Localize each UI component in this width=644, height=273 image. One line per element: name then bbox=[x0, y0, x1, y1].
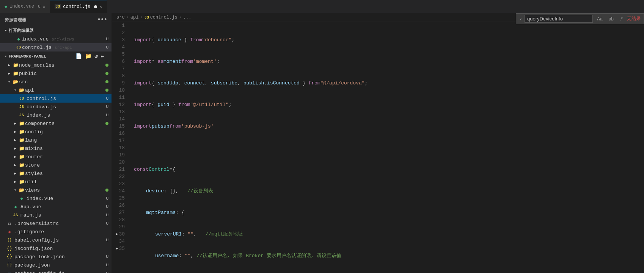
search-input[interactable] bbox=[525, 15, 593, 23]
breadcrumb-api[interactable]: api bbox=[130, 15, 139, 20]
folder-icon: 📁 bbox=[18, 171, 25, 176]
breadcrumb-src[interactable]: src bbox=[116, 15, 125, 20]
framework-panel-section[interactable]: ▾ FRAMEWORK-PANEL 📄 📁 ↺ ⇤ bbox=[0, 51, 112, 61]
file-app-vue[interactable]: ◆ App.vue U bbox=[0, 203, 112, 211]
modified-badge: U bbox=[106, 271, 108, 273]
collapse-icon[interactable]: ⇤ bbox=[101, 53, 104, 59]
folder-label: styles bbox=[25, 171, 112, 176]
file-control-js[interactable]: JS control.js U bbox=[0, 94, 112, 103]
chevron-down-icon: ▾ bbox=[5, 28, 7, 33]
open-editors-label: 打开的编辑器 bbox=[9, 28, 34, 33]
folder-src[interactable]: ▾ 📂 src bbox=[0, 78, 112, 86]
file-views-index-vue[interactable]: ◆ index.vue U bbox=[0, 194, 112, 203]
folder-public[interactable]: ▶ 📁 public bbox=[0, 69, 112, 78]
vue-icon: ◆ bbox=[5, 4, 7, 9]
line-num-34: 34 bbox=[112, 238, 128, 245]
open-editor-index-vue[interactable]: ◆ index.vue src\views U bbox=[0, 35, 112, 43]
search-bar: › Aa ab .* 无结果 bbox=[516, 13, 644, 24]
file-package-lock[interactable]: {} package-lock.json U bbox=[0, 253, 112, 261]
tab-close-button[interactable]: ✕ bbox=[99, 4, 102, 9]
file-label: babel.config.js bbox=[14, 237, 112, 243]
chevron-right-icon: ▶ bbox=[12, 138, 18, 142]
line-num-10: 10 bbox=[112, 87, 128, 94]
tab-index-vue[interactable]: ◆ index.vue U ✕ bbox=[0, 0, 50, 13]
folder-util[interactable]: ▶ 📁 util bbox=[0, 178, 112, 186]
new-file-icon[interactable]: 📄 bbox=[75, 53, 82, 59]
folder-mixins[interactable]: ▶ 📁 mixins bbox=[0, 144, 112, 153]
folder-lang[interactable]: ▶ 📁 lang bbox=[0, 136, 112, 144]
vue-icon: ◆ bbox=[12, 204, 19, 210]
modified-badge: U bbox=[106, 113, 108, 117]
search-no-result: 无结果 bbox=[627, 16, 641, 22]
sidebar-scroll[interactable]: ▾ 打开的编辑器 ◆ index.vue src\views U JS cont… bbox=[0, 26, 112, 273]
file-gitignore[interactable]: ◈ .gitignore bbox=[0, 228, 112, 236]
open-editors-section[interactable]: ▾ 打开的编辑器 bbox=[0, 26, 112, 35]
line-num-25: 25 bbox=[112, 195, 128, 202]
file-jsconfig[interactable]: {} jsconfig.json bbox=[0, 244, 112, 253]
folder-views[interactable]: ▾ 📂 views bbox=[0, 186, 112, 194]
breadcrumb-ellipsis[interactable]: ... bbox=[183, 15, 192, 20]
status-dot bbox=[105, 80, 108, 83]
json-icon: {} bbox=[6, 246, 13, 251]
code-line-9: mqttParams: { bbox=[134, 209, 644, 216]
file-label: .browserslistrc bbox=[14, 221, 112, 226]
line-num-3: 3 bbox=[112, 36, 128, 44]
modified-badge: U bbox=[106, 221, 108, 226]
folder-label: views bbox=[25, 187, 112, 193]
breadcrumb-file[interactable]: JS control.js bbox=[145, 15, 177, 20]
folder-label: src bbox=[19, 79, 112, 85]
chevron-right-icon: ▶ bbox=[6, 63, 12, 67]
folder-styles[interactable]: ▶ 📁 styles bbox=[0, 169, 112, 178]
folder-components[interactable]: ▶ 📁 components bbox=[0, 119, 112, 128]
refresh-icon[interactable]: ↺ bbox=[94, 53, 97, 59]
match-whole-word-button[interactable]: ab bbox=[607, 16, 616, 22]
line-num-21: 21 bbox=[112, 166, 128, 173]
folder-icon: 📁 bbox=[18, 121, 25, 126]
sidebar-header-actions: ••• bbox=[97, 16, 107, 23]
folder-router[interactable]: ▶ 📁 router bbox=[0, 153, 112, 161]
folder-store[interactable]: ▶ 📁 store bbox=[0, 161, 112, 169]
folder-node-modules[interactable]: ▶ 📁 node_modules bbox=[0, 61, 112, 69]
folder-config[interactable]: ▶ 📁 config bbox=[0, 128, 112, 136]
open-editor-control-js[interactable]: JS control.js src\api U bbox=[0, 43, 112, 51]
file-index-js[interactable]: JS index.js U bbox=[0, 111, 112, 119]
breadcrumb-sep: › bbox=[140, 15, 143, 20]
search-arrow-icon: › bbox=[519, 16, 522, 22]
match-case-button[interactable]: Aa bbox=[595, 16, 605, 22]
file-cordova-js[interactable]: JS cordova.js U bbox=[0, 103, 112, 111]
folder-label: router bbox=[25, 154, 112, 160]
line-num-8: 8 bbox=[112, 72, 128, 80]
chevron-right-icon: ▶ bbox=[12, 121, 18, 126]
tab-control-js[interactable]: JS control.js ✕ bbox=[50, 0, 107, 13]
js-icon: JS bbox=[15, 45, 22, 50]
folder-label: node_modules bbox=[19, 62, 112, 68]
code-editor-area: › Aa ab .* 无结果 src › api › JS control.js… bbox=[112, 13, 644, 273]
css-icon: ◻ bbox=[6, 271, 13, 273]
code-line-7: const Control = { bbox=[134, 166, 644, 173]
tab-unsaved-dot bbox=[94, 5, 97, 8]
more-actions-icon[interactable]: ••• bbox=[97, 16, 107, 23]
file-browserslistrc[interactable]: ◻ .browserslistrc U bbox=[0, 219, 112, 228]
chevron-down-icon: ▾ bbox=[12, 88, 18, 92]
file-babel-config[interactable]: {} babel.config.js U bbox=[0, 236, 112, 244]
modified-badge: U bbox=[106, 96, 108, 101]
file-label: App.vue bbox=[20, 204, 112, 210]
use-regex-button[interactable]: .* bbox=[618, 16, 625, 22]
line-numbers: 1 2 3 4 5 6 7 8 9 10 11 12 13 14 15 16 1… bbox=[112, 22, 131, 273]
js-icon: JS bbox=[12, 213, 19, 217]
tab-close-button[interactable]: ✕ bbox=[43, 4, 46, 9]
file-main-js[interactable]: JS main.js U bbox=[0, 211, 112, 219]
modified-badge: U bbox=[106, 45, 108, 50]
file-icon: ◻ bbox=[6, 221, 13, 226]
file-postcss[interactable]: ◻ postcss.config.js U bbox=[0, 269, 112, 273]
new-folder-icon[interactable]: 📁 bbox=[85, 53, 91, 59]
code-content[interactable]: import { debounce } from "debounce"; imp… bbox=[131, 22, 644, 273]
chevron-right-icon: ▶ bbox=[12, 154, 18, 159]
sidebar-title-label: 资源管理器 bbox=[5, 17, 27, 23]
file-label: control.js bbox=[27, 96, 112, 101]
chevron-down-icon: ▾ bbox=[6, 80, 12, 84]
file-package-json[interactable]: {} package.json U bbox=[0, 261, 112, 269]
line-num-20: 20 bbox=[112, 159, 128, 166]
folder-api[interactable]: ▾ 📂 api bbox=[0, 86, 112, 94]
line-num-28: 28 bbox=[112, 216, 128, 223]
